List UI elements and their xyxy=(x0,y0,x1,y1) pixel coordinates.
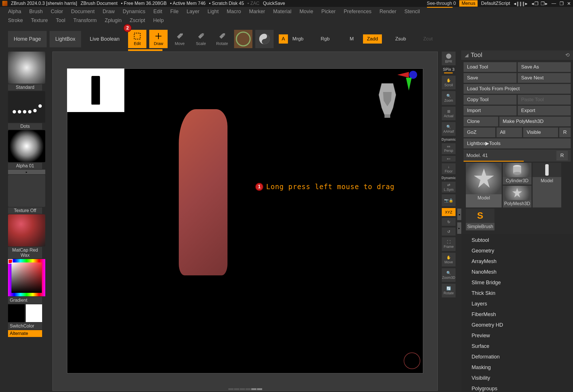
zcut-mode[interactable]: Zcut xyxy=(419,34,437,44)
section-thickskin[interactable]: Thick Skin xyxy=(465,288,570,299)
mrgb-mode[interactable]: Mrgb xyxy=(289,34,308,44)
menus-button[interactable]: Menus xyxy=(459,0,478,7)
swatch-white[interactable] xyxy=(26,304,42,322)
lock-button[interactable]: 📷🔒 xyxy=(442,194,456,206)
zoom-button[interactable]: 🔍Zoom xyxy=(442,91,456,105)
menu-stroke[interactable]: Stroke xyxy=(8,17,23,23)
canvas[interactable]: 1 Long press left mouse to drag xyxy=(52,52,438,391)
copytool-button[interactable]: Copy Tool xyxy=(464,95,517,105)
section-deformation[interactable]: Deformation xyxy=(465,352,570,362)
menu-edit[interactable]: Edit xyxy=(153,9,162,15)
lightbox-button[interactable]: LightBox xyxy=(50,31,81,47)
edit-mode-button[interactable]: Edit xyxy=(128,30,146,48)
move3d-button[interactable]: ✋Move xyxy=(442,253,456,266)
section-visibility[interactable]: Visibility xyxy=(465,373,570,383)
r-button-2[interactable]: R xyxy=(556,151,568,160)
section-geometry[interactable]: Geometry xyxy=(465,246,570,256)
tool-thumb-polymesh[interactable]: PolyMesh3D xyxy=(503,186,531,207)
brush-preview[interactable] xyxy=(8,52,45,84)
homepage-button[interactable]: Home Page xyxy=(8,31,47,47)
nav-icons-2[interactable]: ◂❐ ❐▸ xyxy=(531,1,548,6)
see-through-slider[interactable]: See-through 0 xyxy=(427,1,456,6)
default-zscript[interactable]: DefaultZScript xyxy=(481,1,510,6)
spix-slider[interactable]: SPix 3 xyxy=(443,67,454,72)
menu-marker[interactable]: Marker xyxy=(249,9,265,15)
save-button[interactable]: Save xyxy=(464,73,517,83)
m-mode[interactable]: M xyxy=(346,34,358,44)
menu-macro[interactable]: Macro xyxy=(227,9,241,15)
material-preview[interactable] xyxy=(8,214,45,246)
menu-dynamics[interactable]: Dynamics xyxy=(123,9,145,15)
menu-brush[interactable]: Brush xyxy=(29,9,43,15)
section-fibermesh[interactable]: FiberMesh xyxy=(465,309,570,320)
aahalf-button[interactable]: 🔍AAHalf xyxy=(442,122,456,136)
zoom3d-button[interactable]: 🔍Zoom3D xyxy=(442,268,456,282)
rot-y-button[interactable]: ↻ xyxy=(442,218,456,226)
section-polygroups[interactable]: Polygroups xyxy=(465,383,570,392)
section-subtool[interactable]: Subtool xyxy=(465,235,570,246)
menu-layer[interactable]: Layer xyxy=(187,9,199,15)
loadtool-button[interactable]: Load Tool xyxy=(464,62,517,72)
r-button[interactable]: R xyxy=(559,128,571,137)
gradient-button[interactable]: Gradient xyxy=(8,297,42,304)
alpha-preview[interactable] xyxy=(8,130,45,162)
model-slider[interactable]: Model. 41 R xyxy=(464,150,571,162)
menu-transform[interactable]: Transform xyxy=(73,17,97,23)
rotate-mode-button[interactable]: R Rotate xyxy=(213,30,231,48)
menu-document[interactable]: Document xyxy=(71,9,95,15)
saveas-button[interactable]: Save As xyxy=(518,62,571,72)
nav-icons[interactable]: ◂‖‖‖▸ xyxy=(514,1,528,6)
section-layers[interactable]: Layers xyxy=(465,299,570,309)
color-picker[interactable] xyxy=(8,259,45,296)
menu-zplugin[interactable]: Zplugin xyxy=(105,17,121,23)
menu-render[interactable]: Render xyxy=(379,9,396,15)
move-mode-button[interactable]: M Move xyxy=(170,30,189,48)
persp-button[interactable]: ≡≡Persp xyxy=(442,143,456,154)
menu-material[interactable]: Material xyxy=(273,9,291,15)
export-button[interactable]: Export xyxy=(518,106,571,115)
floor-button[interactable]: ↓Floor xyxy=(442,163,456,174)
menu-file[interactable]: File xyxy=(170,9,178,15)
sculptris-button[interactable] xyxy=(234,30,252,48)
clone-button[interactable]: Clone xyxy=(464,117,498,126)
timeline-dots[interactable] xyxy=(228,388,262,390)
tool-thumb-model[interactable]: Model xyxy=(466,163,502,207)
loadproj-button[interactable]: Load Tools From Project xyxy=(464,84,571,94)
minimize-icon[interactable]: — xyxy=(552,1,556,6)
scroll-button[interactable]: ✋Scroll xyxy=(442,76,456,89)
visible-button[interactable]: Visible xyxy=(523,128,558,137)
pastetool-button[interactable]: Paste Tool xyxy=(518,95,571,105)
pin-icon[interactable]: ◢ xyxy=(465,52,468,58)
tool-thumb-cylinder[interactable]: Cylinder3D xyxy=(503,163,531,185)
actual-button[interactable]: ⊞Actual xyxy=(442,107,456,120)
section-slimebridge[interactable]: Slime Bridge xyxy=(465,277,570,288)
grid-toggle[interactable]: ▪▫▫ xyxy=(442,156,456,162)
zsub-mode[interactable]: Zsub xyxy=(391,34,410,44)
menu-alpha[interactable]: Alpha xyxy=(8,9,21,15)
menu-draw[interactable]: Draw xyxy=(103,9,115,15)
draw-mode-button[interactable]: Draw xyxy=(149,30,168,48)
switchcolor-button[interactable]: SwitchColor xyxy=(8,323,42,330)
makepoly-button[interactable]: Make PolyMesh3D xyxy=(499,117,571,126)
expand-left-icon[interactable]: ◂ xyxy=(457,209,461,220)
xyz-button[interactable]: XYZ xyxy=(442,208,456,216)
dynamic-button[interactable] xyxy=(255,30,274,48)
goz-button[interactable]: GoZ xyxy=(464,128,495,137)
bpr-button[interactable]: BPR xyxy=(442,52,456,65)
livebool-button[interactable]: Live Boolean xyxy=(84,31,125,47)
import-button[interactable]: Import xyxy=(464,106,517,115)
lightbox-tools-button[interactable]: Lightbox▶Tools xyxy=(464,138,571,148)
collapse-arrow-icon[interactable]: ▸ xyxy=(8,170,45,174)
menu-stencil[interactable]: Stencil xyxy=(405,9,420,15)
menu-help[interactable]: Help xyxy=(153,17,164,23)
section-surface[interactable]: Surface xyxy=(465,341,570,352)
section-preview[interactable]: Preview xyxy=(465,330,570,341)
zadd-mode[interactable]: Zadd xyxy=(363,34,382,44)
section-masking[interactable]: Masking xyxy=(465,362,570,373)
rotate3d-button[interactable]: 🔄Rotate xyxy=(442,284,456,297)
menu-light[interactable]: Light xyxy=(207,9,219,15)
close-icon[interactable]: ✕ xyxy=(567,1,571,6)
section-arraymesh[interactable]: ArrayMesh xyxy=(465,256,570,267)
savenext-button[interactable]: Save Next xyxy=(518,73,571,83)
lsym-button[interactable]: ⇄L.Sym xyxy=(442,182,456,193)
